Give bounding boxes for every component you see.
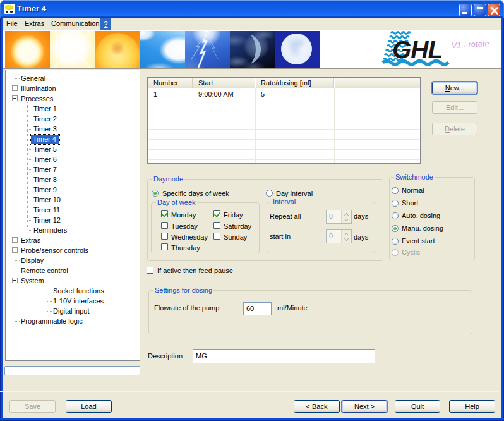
svg-text:GHL: GHL <box>392 36 442 63</box>
svg-text:V1...rotate: V1...rotate <box>451 39 489 50</box>
